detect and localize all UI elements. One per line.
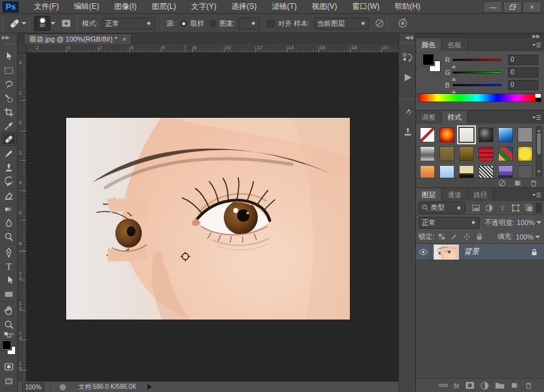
lock-all-icon[interactable] [475,233,483,241]
red-value-field[interactable]: 0 [508,55,538,65]
tool-rectangular-marquee[interactable] [1,64,16,77]
tool-zoom[interactable] [1,318,16,331]
tool-hand[interactable] [1,304,16,317]
tab-paths[interactable]: 路径 [468,188,494,201]
tool-gradient[interactable] [1,202,16,216]
filter-adjustment-layers-icon[interactable] [485,204,494,212]
dock-collapse-button[interactable]: ▶▶ [416,33,544,38]
layer-visibility-toggle[interactable] [416,244,431,260]
ignore-adjustment-layers-button[interactable] [374,14,385,33]
actions-panel-button[interactable] [401,70,415,85]
lock-pixels-icon[interactable] [450,233,458,241]
foreground-color-swatch[interactable] [422,54,434,66]
menu-layer[interactable]: 图层(L) [144,0,184,13]
style-swatch[interactable] [420,127,435,142]
lock-position-icon[interactable] [463,233,471,241]
spectrum-bw-end[interactable] [535,94,541,101]
filter-type-select[interactable]: 类型 [419,202,465,214]
new-group-button[interactable] [495,381,505,389]
ruler-origin-corner[interactable] [18,44,26,53]
foreground-color-swatch[interactable] [2,340,11,350]
style-swatch-selected[interactable] [459,127,474,142]
zoom-level-field[interactable]: 100% [22,383,45,391]
toolbar-grip[interactable] [0,41,17,46]
dock-collapse-button[interactable]: ◀◀ [399,33,415,40]
filter-toggle-switch[interactable] [536,203,541,213]
tab-channels[interactable]: 通道 [442,188,468,201]
brush-panel-button[interactable] [401,104,415,119]
tab-color[interactable]: 颜色 [416,38,442,51]
link-layers-button[interactable] [439,381,448,389]
tool-pen[interactable] [1,246,16,259]
menu-select[interactable]: 选择(S) [224,0,264,13]
pattern-radio[interactable]: 图案: [209,14,235,33]
restore-button[interactable] [503,1,522,13]
color-spectrum-ramp[interactable] [419,93,541,102]
menu-view[interactable]: 视图(V) [304,0,345,13]
tool-blur[interactable] [1,216,16,229]
close-button[interactable]: × [523,1,541,13]
history-panel-button[interactable] [401,50,415,65]
tool-crop[interactable] [1,105,16,118]
lock-transparency-icon[interactable] [437,233,446,241]
clear-style-button[interactable] [498,179,506,187]
document-tab[interactable]: 眼袋.jpg @ 100%(RGB/8#) * × [24,33,132,44]
layer-row-background[interactable]: 背景 [416,244,544,260]
new-style-button[interactable] [514,179,522,187]
tool-quick-selection[interactable] [1,91,16,105]
red-slider[interactable] [453,59,502,61]
foreground-background-swatches[interactable] [1,340,18,357]
minimize-button[interactable]: — [483,1,502,13]
menu-image[interactable]: 图像(I) [107,0,144,13]
blue-value-field[interactable]: 0 [508,80,538,90]
filter-shape-layers-icon[interactable] [511,204,520,212]
swap-colors-button[interactable] [1,331,16,338]
sample-select[interactable]: 当前图层 [314,14,369,33]
delete-layer-button[interactable] [524,381,533,389]
style-swatch[interactable] [459,146,474,161]
active-tool-button[interactable] [8,14,26,33]
scroll-up-icon[interactable] [537,128,541,132]
style-swatch[interactable] [518,127,533,142]
tab-styles[interactable]: 样式 [442,111,468,124]
tab-swatches[interactable]: 色板 [442,38,468,51]
scroll-thumb[interactable] [537,133,541,154]
tablet-pressure-button[interactable] [397,14,408,33]
aligned-checkbox[interactable]: 对齐 [267,14,292,33]
menu-filter[interactable]: 滤镜(T) [264,0,304,13]
tab-layers[interactable]: 图层 [416,188,442,201]
blue-slider[interactable] [453,84,502,86]
quick-mask-button[interactable] [1,360,16,373]
add-mask-button[interactable] [465,381,475,389]
filter-smart-objects-icon[interactable] [524,204,533,212]
menu-type[interactable]: 文字(Y) [183,0,224,13]
filter-type-layers-icon[interactable]: T [498,204,507,212]
options-grip[interactable] [1,14,4,33]
opacity-control[interactable]: 100% [517,219,541,226]
style-swatch[interactable] [439,146,454,161]
blend-mode-select[interactable]: 正常 [419,217,480,229]
clone-source-panel-button[interactable] [401,124,415,139]
screen-mode-button[interactable] [1,374,16,388]
pattern-picker[interactable] [238,14,260,33]
green-value-field[interactable]: 0 [508,67,538,78]
tool-type[interactable]: T [1,260,16,273]
menu-help[interactable]: 帮助(H) [387,0,428,13]
panel-menu-icon[interactable] [532,115,541,120]
tool-eraser[interactable] [1,188,16,202]
layer-name[interactable]: 背景 [464,246,479,257]
layer-style-button[interactable]: fx [454,382,460,389]
green-slider[interactable] [453,71,502,74]
new-layer-button[interactable] [511,381,519,389]
menu-edit[interactable]: 编辑(E) [66,0,107,13]
tab-adjustments[interactable]: 调整 [416,111,442,124]
dock-grip[interactable] [399,40,415,45]
mode-select[interactable]: 正常 [102,14,155,33]
layer-thumbnail[interactable] [434,245,459,260]
toolbar-collapse-button[interactable]: ▶▶ [0,33,17,41]
menu-file[interactable]: 文件(F) [26,0,66,13]
styles-scrollbar[interactable] [536,126,542,176]
tool-shape[interactable] [1,287,16,301]
canvas[interactable] [26,53,398,381]
tool-healing-brush[interactable] [1,132,16,146]
